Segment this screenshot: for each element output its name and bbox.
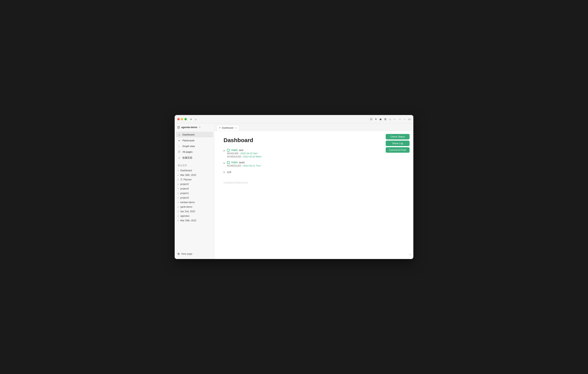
sidebar-item-dashboard-label: Dashboard — [182, 133, 195, 136]
list-item: TODO test DEADLINE: <2022-04-23 Sat> SCH… — [223, 149, 404, 158]
recent-item-label: Dashboard — [180, 169, 192, 172]
todo-row: TODO test — [227, 149, 262, 151]
sidebar-toggle-icon[interactable]: ▭ — [408, 118, 411, 121]
recent-item-label: Mar 28th, 2022 — [180, 174, 196, 176]
checklist-icon[interactable]: ☑ — [370, 118, 372, 121]
recent-dot — [178, 170, 179, 171]
bullet-dot — [223, 172, 225, 173]
action-buttons: Check Status Show Log Commit & Push — [386, 134, 410, 153]
close-button[interactable] — [177, 118, 179, 120]
scheduled-label: SCHEDULED: — [227, 164, 242, 167]
sparkle-icon[interactable]: ✦ — [375, 118, 377, 121]
more-icon[interactable]: ··· — [403, 118, 406, 121]
recent-dot — [178, 188, 179, 189]
bullet-content: TODO test2 SCHEDULED: <2022-04-21 Thu> — [227, 161, 261, 167]
home-icon[interactable]: ⌂ — [389, 118, 391, 121]
hamburger-icon[interactable]: ≡ — [190, 118, 192, 121]
search-icon[interactable]: ⌕ — [195, 118, 197, 121]
recent-item-label: project4 — [180, 187, 189, 190]
favorites-nav-icon: ☆ — [178, 156, 181, 159]
recent-section-label: 最近使用 — [175, 162, 214, 168]
tab-label: Dashboard — [222, 127, 233, 129]
back-icon[interactable]: ← — [393, 118, 396, 121]
recent-item-label: Apr 2nd, 2022 — [180, 210, 195, 213]
sidebar-item-flashcards-label: Flashcards — [182, 139, 195, 142]
recent-dot — [178, 211, 179, 212]
recent-item-gantt[interactable]: gantt-demo — [176, 205, 213, 209]
bullet-content: TODO test DEADLINE: <2022-04-23 Sat> SCH… — [227, 149, 262, 158]
recent-item-project1[interactable]: project1 — [176, 191, 213, 195]
minimize-button[interactable] — [181, 118, 183, 120]
graph-name[interactable]: ◫ agenda-demo ▾ — [175, 123, 214, 131]
page-content: Check Status Show Log Commit & Push Dash… — [214, 131, 413, 259]
scheduled-date[interactable]: <2022-04-21 Thu> — [242, 164, 261, 167]
bullet-list: TODO test DEADLINE: <2022-04-23 Sat> SCH… — [223, 149, 404, 173]
todo-badge: TODO — [231, 149, 238, 151]
bullet-dot — [223, 162, 225, 164]
recent-item-planner[interactable]: 🗒 Planner — [176, 177, 213, 182]
all-pages-nav-icon: 🗒 — [178, 150, 181, 153]
todo-checkbox[interactable] — [227, 161, 230, 164]
todo-checkbox[interactable] — [227, 149, 230, 151]
traffic-lights — [177, 118, 187, 120]
recent-dot — [178, 175, 179, 176]
recent-item-label: project3 — [180, 196, 189, 199]
graph-name-label: agenda-demo — [181, 126, 197, 129]
content-area: P Dashboard ✕ Check Status Show Log Comm… — [214, 123, 413, 259]
list-item: 123 — [223, 170, 404, 173]
maximize-button[interactable] — [185, 118, 187, 120]
todo-text: test — [239, 149, 243, 151]
graph-view-nav-icon: ⋱ — [178, 145, 181, 148]
sidebar-item-all-pages-label: All pages — [182, 150, 192, 153]
bullet-dot — [223, 150, 225, 151]
recent-item-mar28[interactable]: Mar 28th, 2022 — [176, 173, 213, 177]
flashcards-nav-icon: ∞ — [178, 139, 181, 142]
show-log-button[interactable]: Show Log — [386, 140, 410, 146]
recent-item-apr2[interactable]: Apr 2nd, 2022 — [176, 209, 213, 214]
sidebar-item-dashboard[interactable]: ⌂ Dashboard — [176, 132, 213, 137]
todo-text: test2 — [239, 161, 245, 164]
deadline-date[interactable]: <2022-04-23 Sat> — [240, 152, 258, 155]
recent-item-dashboard[interactable]: Dashboard — [176, 168, 213, 173]
sidebar-item-flashcards[interactable]: ∞ Flashcards — [176, 138, 213, 143]
recent-item-kanban[interactable]: kanban-demo — [176, 200, 213, 205]
new-page-label: New page — [181, 252, 192, 255]
app-window: ≡ ⌕ ☑ ✦ ◆ 🗎 ⌂ ← → ··· ▭ ◫ agenda-demo ▾ … — [175, 115, 413, 259]
commit-push-button[interactable]: Commit & Push — [386, 147, 410, 153]
unlinked-references[interactable]: Unlinked References — [223, 181, 404, 184]
recent-item-agenda1[interactable]: agenda1 — [176, 214, 213, 218]
sidebar-item-graph-view[interactable]: ⋱ Graph view — [176, 143, 213, 149]
deadline-line: DEADLINE: <2022-04-23 Sat> — [227, 152, 262, 155]
bullet-content: 123 — [227, 170, 231, 173]
recent-item-project2[interactable]: project2 — [176, 182, 213, 186]
recent-dot — [178, 197, 179, 198]
sidebar-item-graph-view-label: Graph view — [182, 145, 195, 148]
new-page-button[interactable]: ⊕ New page — [175, 250, 214, 257]
file-icon[interactable]: 🗎 — [384, 118, 387, 121]
sidebar-item-favorites[interactable]: ☆ 收藏页面 — [176, 155, 213, 161]
list-item: TODO test2 SCHEDULED: <2022-04-21 Thu> — [223, 161, 404, 167]
recent-item-label: gantt-demo — [180, 206, 192, 208]
recent-item-project3[interactable]: project3 — [176, 195, 213, 200]
forward-icon[interactable]: → — [398, 118, 401, 121]
recent-dot — [178, 179, 179, 180]
deadline-label: DEADLINE: — [227, 152, 239, 155]
diamond-icon[interactable]: ◆ — [379, 118, 382, 121]
tab-dashboard[interactable]: P Dashboard ✕ — [217, 125, 239, 131]
recent-dot — [178, 206, 179, 207]
scheduled-line: SCHEDULED: <2022-04-21 Thu> — [227, 164, 261, 167]
recent-item-mar29[interactable]: Mar 29th, 2022 — [176, 218, 213, 223]
recent-dot — [178, 202, 179, 203]
sidebar-nav: ⌂ Dashboard ∞ Flashcards ⋱ Graph view 🗒 … — [175, 131, 214, 162]
recent-item-label: kanban-demo — [180, 201, 195, 204]
page-title: Dashboard — [223, 137, 404, 143]
sidebar-item-all-pages[interactable]: 🗒 All pages — [176, 149, 213, 155]
recent-item-project4[interactable]: project4 — [176, 186, 213, 191]
check-status-button[interactable]: Check Status — [386, 134, 410, 139]
todo-badge: TODO — [231, 161, 238, 164]
scheduled-date[interactable]: <2022-04-20 Wed> — [242, 155, 262, 158]
recent-dot — [178, 220, 179, 221]
tab-close-icon[interactable]: ✕ — [235, 127, 237, 129]
help-button[interactable]: ? — [409, 253, 411, 256]
titlebar-right-icons: ☑ ✦ ◆ 🗎 ⌂ ← → ··· ▭ — [370, 118, 411, 121]
